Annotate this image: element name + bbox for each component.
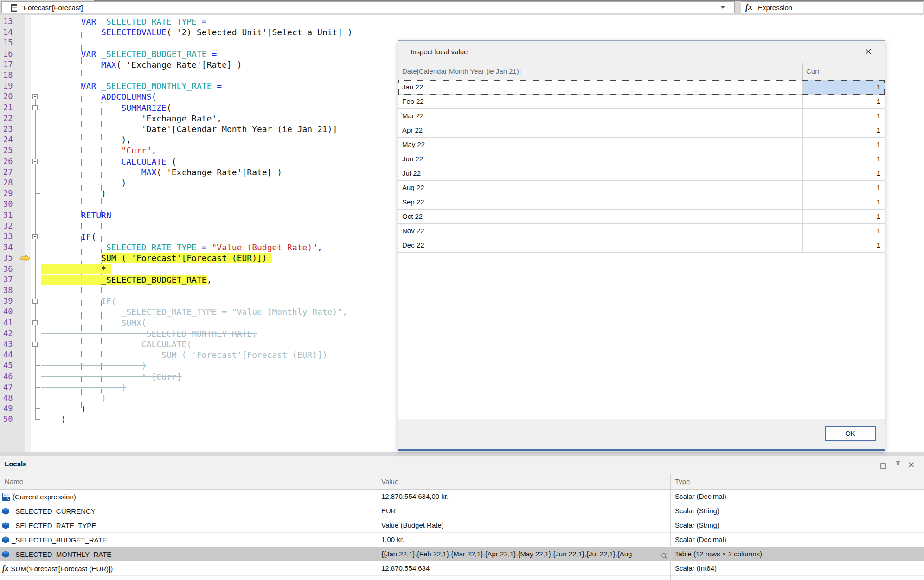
local-value-cell[interactable]: 12.870.554.634,00 kr. xyxy=(377,490,670,504)
variable-icon xyxy=(2,551,9,558)
fold-toggle-icon[interactable] xyxy=(32,159,38,164)
magnifier-icon[interactable] xyxy=(661,550,668,561)
toolbar: 'Forecast'[Forecast] fx Expression xyxy=(0,0,924,16)
chevron-down-icon[interactable] xyxy=(720,6,725,9)
table-row[interactable]: Feb 221 xyxy=(398,95,885,109)
local-type-cell[interactable]: Scalar (Decimal) xyxy=(670,533,924,547)
fold-end-mark xyxy=(35,398,40,398)
table-row[interactable]: Sep 221 xyxy=(398,195,885,210)
line-number: 15 xyxy=(3,38,13,48)
curr-cell[interactable]: 1 xyxy=(802,195,885,209)
month-cell[interactable]: Feb 22 xyxy=(398,95,802,108)
local-type-cell[interactable]: Scalar (Decimal) xyxy=(670,490,924,504)
curr-cell[interactable]: 1 xyxy=(802,109,885,123)
curr-cell[interactable]: 1 xyxy=(802,138,885,152)
table-row[interactable]: Apr 221 xyxy=(398,123,885,138)
code-line: VAR _SELECTED_BUDGET_RATE = xyxy=(41,49,217,59)
line-number: 14 xyxy=(3,27,13,38)
code-line: SUMX( xyxy=(41,318,147,328)
curr-cell[interactable]: 1 xyxy=(802,238,885,252)
curr-cell[interactable]: 1 xyxy=(802,80,885,94)
code-line: CALCULATE( xyxy=(41,339,192,350)
local-type-cell[interactable]: Scalar (String) xyxy=(670,504,924,518)
curr-cell[interactable]: 1 xyxy=(802,181,885,195)
local-name-cell[interactable]: _SELECTED_CURRENCY xyxy=(0,504,377,518)
month-cell[interactable]: Oct 22 xyxy=(398,210,802,223)
fx-icon: fx xyxy=(745,2,752,12)
local-type-cell[interactable]: Scalar (Int64) xyxy=(670,561,924,575)
month-cell[interactable]: Jan 22 xyxy=(398,80,802,94)
locals-row[interactable]: _SELECTED_RATE_TYPEValue (Budget Rate)Sc… xyxy=(0,518,924,533)
locals-row[interactable]: _SELECTED_MONTHLY_RATE{{Jan 22,1},{Feb 2… xyxy=(0,547,924,561)
local-value-cell[interactable]: Value (Budget Rate) xyxy=(377,518,670,532)
month-cell[interactable]: Jul 22 xyxy=(398,166,802,180)
code-line: ) xyxy=(41,178,126,188)
current-statement-arrow-icon xyxy=(20,255,31,264)
code-line: IF( xyxy=(41,296,116,306)
dialog-close-icon[interactable] xyxy=(865,48,873,56)
month-cell[interactable]: Mar 22 xyxy=(398,109,802,123)
column-divider[interactable] xyxy=(377,474,377,580)
curr-cell[interactable]: 1 xyxy=(802,224,885,238)
local-value-cell[interactable]: 1,00 kr. xyxy=(377,533,670,547)
month-cell[interactable]: Nov 22 xyxy=(398,224,802,238)
curr-cell[interactable]: 1 xyxy=(802,95,885,108)
fold-end-mark xyxy=(35,408,40,409)
table-row[interactable]: Aug 221 xyxy=(398,181,885,195)
locals-column-type: Type xyxy=(675,474,690,489)
month-cell[interactable]: Dec 22 xyxy=(398,238,802,252)
maximize-icon[interactable] xyxy=(880,462,886,471)
table-row[interactable]: Jul 221 xyxy=(398,166,885,181)
fold-toggle-icon[interactable] xyxy=(32,234,38,239)
local-name: SUM('Forecast'[Forecast (EUR)]) xyxy=(11,565,113,573)
local-value-cell[interactable]: {{Jan 22,1},{Feb 22,1},{Mar 22,1},{Apr 2… xyxy=(377,547,670,561)
local-name-cell[interactable]: fxSUM('Forecast'[Forecast (EUR)]) xyxy=(0,561,377,575)
curr-cell[interactable]: 1 xyxy=(802,123,885,137)
month-cell[interactable]: Apr 22 xyxy=(398,123,802,137)
code-line: ) xyxy=(41,403,86,414)
table-row[interactable]: Dec 221 xyxy=(398,238,885,253)
month-cell[interactable]: Jun 22 xyxy=(398,152,802,166)
fold-line xyxy=(35,99,36,419)
column-header-date: Date[Calendar Month Year (ie Jan 21)] xyxy=(398,63,802,80)
month-cell[interactable]: Sep 22 xyxy=(398,195,802,209)
column-divider[interactable] xyxy=(670,474,671,580)
close-icon[interactable] xyxy=(908,461,914,470)
table-row[interactable]: Mar 221 xyxy=(398,109,885,123)
fold-toggle-icon[interactable] xyxy=(32,94,38,99)
table-row[interactable]: Oct 221 xyxy=(398,210,885,224)
table-row[interactable]: Jun 221 xyxy=(398,152,885,166)
expression-selector-combo[interactable]: 'Forecast'[Forecast] xyxy=(1,1,735,13)
local-name-cell[interactable]: _SELECTED_BUDGET_RATE xyxy=(0,533,377,547)
curr-cell[interactable]: 1 xyxy=(802,166,885,180)
line-number: 16 xyxy=(3,49,13,59)
fold-toggle-icon[interactable] xyxy=(32,299,38,304)
local-name-cell[interactable]: (Current expression) xyxy=(0,490,377,504)
locals-row[interactable]: _SELECTED_CURRENCYEURScalar (String) xyxy=(0,504,924,518)
local-name-cell[interactable]: _SELECTED_RATE_TYPE xyxy=(0,518,377,532)
locals-row[interactable]: _SELECTED_BUDGET_RATE1,00 kr.Scalar (Dec… xyxy=(0,533,924,547)
code-line: RETURN xyxy=(41,210,111,221)
locals-row[interactable]: fxSUM('Forecast'[Forecast (EUR)])12.870.… xyxy=(0,561,924,576)
fold-toggle-icon[interactable] xyxy=(32,320,38,325)
table-row[interactable]: May 221 xyxy=(398,138,885,152)
month-cell[interactable]: Aug 22 xyxy=(398,181,802,195)
fold-end-mark xyxy=(35,183,40,183)
local-type-cell[interactable]: Scalar (String) xyxy=(670,518,924,532)
fold-toggle-icon[interactable] xyxy=(32,342,38,347)
locals-row[interactable]: (Current expression)12.870.554.634,00 kr… xyxy=(0,490,924,504)
table-row[interactable]: Jan 221 xyxy=(398,80,885,95)
month-cell[interactable]: May 22 xyxy=(398,138,802,152)
code-line: ) xyxy=(41,188,106,199)
local-value-cell[interactable]: EUR xyxy=(377,504,670,518)
fold-toggle-icon[interactable] xyxy=(32,105,38,110)
local-value-cell[interactable]: 12.870.554.634 xyxy=(377,561,670,575)
pin-icon[interactable] xyxy=(895,461,901,471)
ok-button[interactable]: OK xyxy=(825,426,876,441)
curr-cell[interactable]: 1 xyxy=(802,210,885,223)
table-row[interactable]: Nov 221 xyxy=(398,224,885,238)
panel-splitter[interactable] xyxy=(0,452,924,456)
local-name-cell[interactable]: _SELECTED_MONTHLY_RATE xyxy=(0,547,377,561)
curr-cell[interactable]: 1 xyxy=(802,152,885,166)
local-type-cell[interactable]: Table (12 rows × 2 columns) xyxy=(670,547,924,561)
